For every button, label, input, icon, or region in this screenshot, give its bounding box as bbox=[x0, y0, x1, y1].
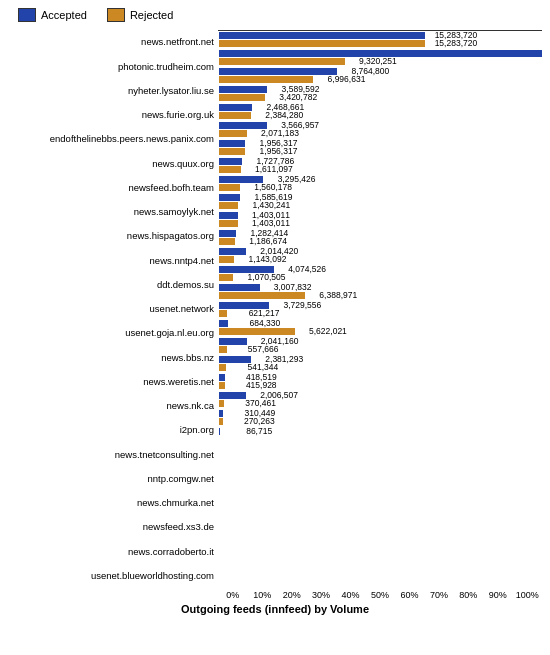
rejected-bar: 1,143,092 bbox=[219, 256, 234, 263]
rejected-value: 6,996,631 bbox=[328, 74, 366, 84]
accepted-bar-row: 86,715 bbox=[219, 428, 542, 435]
rejected-value: 9,320,251 bbox=[359, 56, 397, 66]
x-axis-labels: 0%10%20%30%40%50%60%70%80%90%100% bbox=[8, 588, 542, 600]
x-axis-label: 70% bbox=[424, 590, 453, 600]
rejected-bar: 1,560,178 bbox=[219, 184, 240, 191]
accepted-legend-label: Accepted bbox=[41, 9, 87, 21]
y-label: nyheter.lysator.liu.se bbox=[8, 86, 218, 96]
rejected-value: 557,666 bbox=[248, 344, 279, 354]
y-label: news.netfront.net bbox=[8, 37, 218, 47]
accepted-bar-row: 684,330 bbox=[219, 320, 542, 327]
accepted-bar: 2,006,507 bbox=[219, 392, 246, 399]
rejected-bar: 557,666 bbox=[219, 346, 227, 353]
rejected-legend-label: Rejected bbox=[130, 9, 173, 21]
rejected-bar: 1,611,097 bbox=[219, 166, 241, 173]
rejected-bar-row: 15,283,720 bbox=[219, 40, 542, 47]
bar-group: 2,381,293541,344 bbox=[219, 354, 542, 372]
rejected-value: 270,263 bbox=[244, 416, 275, 426]
bar-group: 15,283,72015,283,720 bbox=[219, 30, 542, 48]
x-axis-label: 100% bbox=[513, 590, 542, 600]
rejected-bar-row: 557,666 bbox=[219, 346, 542, 353]
bar-group: 3,295,4261,560,178 bbox=[219, 174, 542, 192]
rejected-value: 1,611,097 bbox=[255, 164, 293, 174]
rejected-value: 15,283,720 bbox=[435, 38, 478, 48]
bar-group: 23,942,4879,320,251 bbox=[219, 48, 542, 66]
y-label: usenet.blueworldhosting.com bbox=[8, 571, 218, 581]
y-label: news.nk.ca bbox=[8, 401, 218, 411]
bar-group: 310,449270,263 bbox=[219, 408, 542, 426]
rejected-value: 1,186,674 bbox=[249, 236, 287, 246]
bar-group: 418,519415,928 bbox=[219, 372, 542, 390]
y-label: news.furie.org.uk bbox=[8, 110, 218, 120]
y-label: ddt.demos.su bbox=[8, 280, 218, 290]
bar-group: 684,3305,622,021 bbox=[219, 318, 542, 336]
rejected-bar-row: 5,622,021 bbox=[219, 328, 542, 335]
rejected-value: 1,560,178 bbox=[254, 182, 292, 192]
x-axis-label: 20% bbox=[277, 590, 306, 600]
accepted-bar: 2,381,293 bbox=[219, 356, 251, 363]
bar-group: 8,764,8006,996,631 bbox=[219, 66, 542, 84]
x-axis-label: 90% bbox=[483, 590, 512, 600]
rejected-value: 370,461 bbox=[245, 398, 276, 408]
rejected-bar-row: 1,430,241 bbox=[219, 202, 542, 209]
bar-group: 3,566,9572,071,183 bbox=[219, 120, 542, 138]
accepted-bar: 418,519 bbox=[219, 374, 225, 381]
rejected-bar: 370,461 bbox=[219, 400, 224, 407]
rejected-bar: 621,217 bbox=[219, 310, 227, 317]
rejected-bar-row: 1,070,505 bbox=[219, 274, 542, 281]
rejected-bar-row: 270,263 bbox=[219, 418, 542, 425]
legend-rejected: Rejected bbox=[107, 8, 173, 22]
rejected-bar: 3,420,782 bbox=[219, 94, 265, 101]
y-label: news.weretis.net bbox=[8, 377, 218, 387]
rejected-bar-row: 6,996,631 bbox=[219, 76, 542, 83]
bar-group: 3,007,8326,388,971 bbox=[219, 282, 542, 300]
rejected-bar-row: 2,384,280 bbox=[219, 112, 542, 119]
accepted-bar: 1,403,011 bbox=[219, 212, 238, 219]
rejected-bar-row: 1,956,317 bbox=[219, 148, 542, 155]
rejected-bar: 15,283,720 bbox=[219, 40, 425, 47]
bar-group: 2,041,160557,666 bbox=[219, 336, 542, 354]
rejected-bar-row: 415,928 bbox=[219, 382, 542, 389]
y-label: photonic.trudheim.com bbox=[8, 62, 218, 72]
rejected-bar: 1,070,505 bbox=[219, 274, 233, 281]
rejected-value: 415,928 bbox=[246, 380, 277, 390]
accepted-bar: 3,007,832 bbox=[219, 284, 260, 291]
accepted-bar-row: 8,764,800 bbox=[219, 68, 542, 75]
accepted-legend-box bbox=[18, 8, 36, 22]
y-label: news.nntp4.net bbox=[8, 256, 218, 266]
x-axis-label: 40% bbox=[336, 590, 365, 600]
bar-group: 4,074,5261,070,505 bbox=[219, 264, 542, 282]
bars-area: 15,283,72015,283,72023,942,4879,320,2518… bbox=[218, 30, 542, 31]
x-axis-label: 10% bbox=[247, 590, 276, 600]
rejected-bar: 1,403,011 bbox=[219, 220, 238, 227]
rejected-legend-box bbox=[107, 8, 125, 22]
rejected-value: 621,217 bbox=[249, 308, 280, 318]
accepted-bar: 684,330 bbox=[219, 320, 228, 327]
rejected-bar: 9,320,251 bbox=[219, 58, 345, 65]
rejected-bar: 270,263 bbox=[219, 418, 223, 425]
y-label: news.chmurka.net bbox=[8, 498, 218, 508]
y-label: news.samoylyk.net bbox=[8, 207, 218, 217]
rejected-bar: 1,956,317 bbox=[219, 148, 245, 155]
accepted-bar-row: 3,589,592 bbox=[219, 86, 542, 93]
rejected-bar-row: 1,143,092 bbox=[219, 256, 542, 263]
y-label: news.bbs.nz bbox=[8, 353, 218, 363]
x-axis-label: 80% bbox=[454, 590, 483, 600]
accepted-bar: 2,014,420 bbox=[219, 248, 246, 255]
accepted-bar: 1,282,414 bbox=[219, 230, 236, 237]
rejected-value: 1,430,241 bbox=[252, 200, 290, 210]
rejected-value: 1,070,505 bbox=[248, 272, 286, 282]
bars-wrapper: 15,283,72015,283,72023,942,4879,320,2518… bbox=[218, 30, 542, 588]
accepted-bar-row: 3,007,832 bbox=[219, 284, 542, 291]
accepted-value: 86,715 bbox=[246, 426, 272, 436]
accepted-bar: 1,956,317 bbox=[219, 140, 245, 147]
y-label: news.quux.org bbox=[8, 159, 218, 169]
rejected-bar: 415,928 bbox=[219, 382, 225, 389]
accepted-value: 3,007,832 bbox=[274, 282, 312, 292]
bar-group: 1,585,6191,430,241 bbox=[219, 192, 542, 210]
rejected-value: 2,384,280 bbox=[265, 110, 303, 120]
accepted-bar: 86,715 bbox=[219, 428, 220, 435]
bar-group: 2,014,4201,143,092 bbox=[219, 246, 542, 264]
y-label: news.hispagatos.org bbox=[8, 231, 218, 241]
accepted-bar: 3,566,957 bbox=[219, 122, 267, 129]
